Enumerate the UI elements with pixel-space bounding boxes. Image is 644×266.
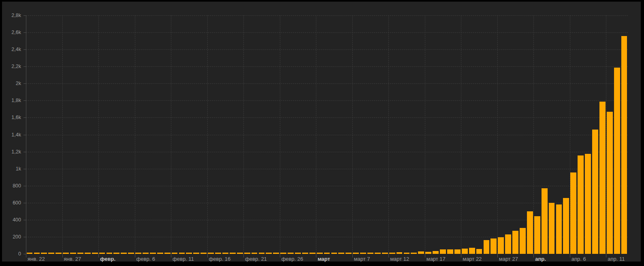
bar[interactable] — [48, 253, 54, 254]
bar[interactable] — [490, 238, 497, 254]
bar[interactable] — [578, 155, 584, 254]
bar[interactable] — [27, 253, 33, 254]
bar[interactable] — [295, 253, 301, 254]
bar[interactable] — [447, 249, 453, 254]
bar[interactable] — [186, 253, 192, 254]
vertical-gridline — [497, 15, 498, 254]
bar[interactable] — [34, 253, 40, 254]
bar[interactable] — [230, 253, 236, 254]
bar[interactable] — [150, 253, 156, 254]
bar[interactable] — [418, 251, 424, 254]
vertical-gridline — [461, 15, 461, 254]
bar[interactable] — [345, 253, 352, 254]
bar[interactable] — [107, 253, 113, 254]
bar[interactable] — [99, 253, 105, 254]
bar[interactable] — [309, 253, 316, 254]
bar[interactable] — [200, 253, 207, 254]
bar[interactable] — [172, 253, 178, 254]
y-axis-label: 800 — [0, 183, 21, 189]
bar[interactable] — [505, 234, 511, 254]
bar[interactable] — [425, 252, 431, 254]
bar[interactable] — [128, 253, 134, 254]
vertical-gridline — [280, 15, 280, 254]
vertical-gridline — [388, 15, 389, 254]
bar[interactable] — [113, 253, 119, 254]
bar[interactable] — [563, 198, 569, 254]
bar[interactable] — [338, 253, 344, 254]
bar[interactable] — [157, 253, 163, 254]
bar[interactable] — [556, 204, 562, 254]
bar[interactable] — [542, 188, 548, 254]
horizontal-gridline — [26, 203, 628, 203]
bar[interactable] — [411, 253, 417, 254]
bar[interactable] — [237, 253, 243, 254]
vertical-gridline — [62, 15, 63, 254]
bar[interactable] — [382, 253, 388, 254]
bar[interactable] — [92, 253, 98, 254]
bar-chart-plot-area: 02004006008001k1,2k1,4k1,6k1,8k2k2,2k2,4… — [2, 2, 641, 262]
bar[interactable] — [585, 154, 591, 254]
bar[interactable] — [244, 253, 250, 254]
bar[interactable] — [77, 253, 83, 254]
bar[interactable] — [527, 211, 533, 254]
bar[interactable] — [534, 216, 540, 254]
bar[interactable] — [331, 253, 337, 254]
bar[interactable] — [55, 253, 62, 254]
bar[interactable] — [121, 253, 127, 254]
bar[interactable] — [375, 253, 381, 254]
bar[interactable] — [599, 102, 606, 254]
bar[interactable] — [135, 253, 141, 254]
bar[interactable] — [607, 112, 613, 254]
bar[interactable] — [193, 253, 199, 254]
bar[interactable] — [288, 253, 294, 254]
bar[interactable] — [215, 253, 221, 254]
y-axis-label: 2,6k — [0, 30, 21, 35]
bar[interactable] — [367, 253, 373, 254]
bar[interactable] — [614, 68, 620, 254]
bar[interactable] — [70, 253, 76, 254]
bar[interactable] — [389, 253, 395, 254]
bar[interactable] — [179, 253, 185, 254]
bar[interactable] — [498, 237, 504, 254]
bar[interactable] — [317, 253, 323, 254]
x-axis-label: март 12 — [390, 256, 409, 262]
bar[interactable] — [592, 130, 598, 254]
bar[interactable] — [397, 252, 403, 254]
bar[interactable] — [440, 249, 446, 254]
y-axis-label: 200 — [0, 234, 21, 240]
bar[interactable] — [404, 253, 410, 254]
bar[interactable] — [484, 240, 490, 254]
bar[interactable] — [520, 228, 526, 254]
bar[interactable] — [454, 249, 461, 254]
horizontal-gridline — [26, 15, 628, 16]
bar[interactable] — [266, 253, 272, 254]
bar[interactable] — [469, 248, 475, 254]
bar[interactable] — [85, 253, 91, 254]
bar[interactable] — [164, 253, 171, 254]
bar[interactable] — [259, 253, 265, 254]
bar[interactable] — [41, 253, 47, 254]
y-axis-label: 600 — [0, 200, 21, 206]
bar[interactable] — [302, 253, 308, 254]
bar[interactable] — [621, 36, 627, 254]
bar[interactable] — [570, 172, 576, 254]
y-axis-label: 1,6k — [0, 115, 21, 120]
bar[interactable] — [353, 253, 359, 254]
bar[interactable] — [222, 253, 228, 254]
horizontal-gridline — [26, 169, 628, 169]
bar[interactable] — [208, 253, 214, 254]
bar[interactable] — [324, 253, 330, 254]
bar[interactable] — [433, 251, 439, 254]
bar[interactable] — [462, 249, 468, 254]
bar[interactable] — [252, 253, 258, 254]
vertical-gridline — [207, 15, 208, 254]
bar[interactable] — [512, 231, 518, 254]
bar[interactable] — [360, 253, 366, 254]
bar[interactable] — [549, 203, 555, 254]
bar[interactable] — [273, 253, 279, 254]
bar[interactable] — [476, 249, 482, 254]
bar[interactable] — [280, 253, 286, 254]
y-axis-label: 2,4k — [0, 47, 21, 52]
bar[interactable] — [143, 253, 149, 254]
bar[interactable] — [63, 253, 69, 254]
